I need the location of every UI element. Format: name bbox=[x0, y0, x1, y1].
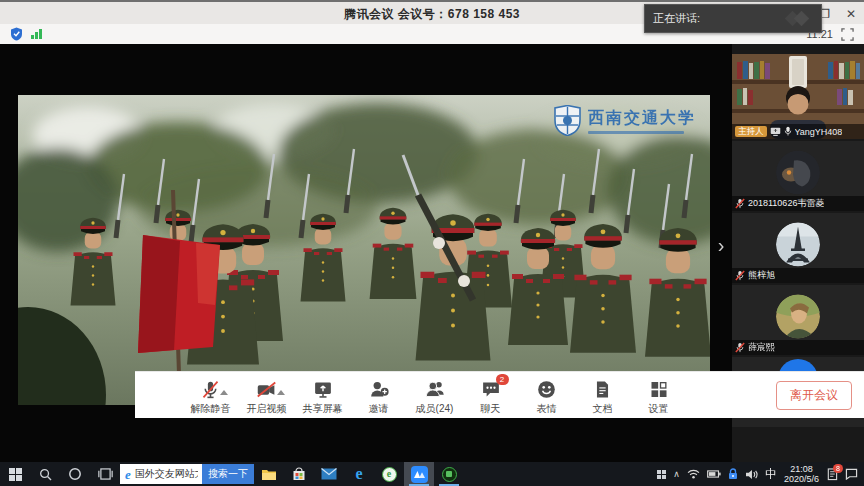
ie-icon: e bbox=[125, 468, 131, 481]
leave-meeting-button[interactable]: 离开会议 bbox=[776, 381, 852, 410]
participant-name: 2018110626韦雷菱 bbox=[748, 197, 824, 210]
tencent-meeting-icon bbox=[411, 466, 428, 483]
store-bag-icon bbox=[292, 467, 306, 481]
participant-name: 熊梓旭 bbox=[748, 269, 775, 282]
mic-on-icon bbox=[784, 126, 792, 137]
green-app-taskbar-button[interactable] bbox=[434, 462, 464, 486]
green-e-icon: e bbox=[382, 467, 397, 482]
share-screen-button[interactable]: 共享屏幕 bbox=[299, 375, 346, 416]
now-speaking-label: 正在讲话: bbox=[653, 11, 700, 26]
folder-icon bbox=[261, 468, 277, 481]
close-window-icon[interactable]: ✕ bbox=[846, 4, 856, 24]
task-view-button[interactable] bbox=[90, 462, 120, 486]
university-watermark: 西南交通大学 bbox=[554, 105, 696, 136]
security-lock-icon[interactable] bbox=[728, 468, 738, 480]
participant-tile[interactable]: 2018110626韦雷菱 bbox=[732, 141, 864, 211]
taskbar-search-button[interactable] bbox=[30, 462, 60, 486]
battery-icon[interactable] bbox=[707, 470, 721, 478]
university-name: 西南交通大学 bbox=[588, 108, 696, 129]
mic-muted-icon bbox=[735, 270, 745, 281]
clock-time: 21:08 bbox=[784, 464, 819, 474]
search-icon bbox=[39, 468, 52, 481]
edge-icon: e bbox=[355, 466, 362, 482]
mic-muted-icon bbox=[735, 342, 745, 353]
unmute-button[interactable]: 解除静音 bbox=[187, 375, 234, 416]
honor-guard-scene bbox=[18, 95, 710, 405]
tencent-meeting-taskbar-button[interactable] bbox=[404, 462, 434, 486]
button-label: 聊天 bbox=[481, 402, 501, 416]
university-crest-icon bbox=[554, 105, 581, 136]
search-submit-button[interactable]: 搜索一下 bbox=[202, 464, 254, 484]
network-signal-icon[interactable] bbox=[31, 29, 42, 39]
button-label: 共享屏幕 bbox=[303, 402, 343, 416]
meeting-title: 腾讯会议 会议号：678 158 453 bbox=[344, 6, 520, 23]
participant-tile[interactable]: 薛宸熙 bbox=[732, 285, 864, 355]
windows-logo-icon bbox=[9, 468, 22, 481]
invite-button[interactable]: 邀请 bbox=[355, 375, 402, 416]
ms-store-button[interactable] bbox=[284, 462, 314, 486]
file-explorer-button[interactable] bbox=[254, 462, 284, 486]
avatar bbox=[776, 294, 820, 338]
participant-name: YangYH408 bbox=[795, 127, 843, 137]
shared-video[interactable]: 西南交通大学 bbox=[18, 95, 710, 405]
green-browser-button[interactable]: e bbox=[374, 462, 404, 486]
windows-taskbar: e 国外交友网站大全 搜索一下 e bbox=[0, 462, 864, 486]
mic-options-caret[interactable] bbox=[220, 390, 228, 395]
speaker-icon[interactable] bbox=[745, 469, 758, 480]
participant-tile-host[interactable]: 主持人 YangYH408 bbox=[732, 54, 864, 139]
invite-person-icon bbox=[368, 379, 390, 400]
mic-muted-icon bbox=[200, 379, 221, 400]
university-name-en-bar bbox=[588, 131, 684, 134]
cortana-icon bbox=[68, 467, 82, 481]
share-screen-icon bbox=[312, 379, 334, 400]
button-label: 文档 bbox=[593, 402, 613, 416]
mail-button[interactable] bbox=[314, 462, 344, 486]
screen-share-status-icon bbox=[770, 127, 781, 136]
edge-button[interactable]: e bbox=[344, 462, 374, 486]
participant-namebar: 薛宸熙 bbox=[732, 340, 864, 355]
tencent-logo-watermark-icon bbox=[783, 10, 813, 28]
start-button[interactable] bbox=[0, 462, 30, 486]
button-label: 设置 bbox=[649, 402, 669, 416]
cortana-button[interactable] bbox=[60, 462, 90, 486]
participant-namebar: 熊梓旭 bbox=[732, 268, 864, 283]
participant-namebar: 2018110626韦雷菱 bbox=[732, 196, 864, 211]
chat-button[interactable]: 2 聊天 bbox=[467, 375, 514, 416]
avatar bbox=[776, 150, 820, 194]
button-label: 成员(24) bbox=[416, 402, 454, 416]
button-label: 开启视频 bbox=[247, 402, 287, 416]
mail-envelope-icon bbox=[321, 468, 337, 480]
participant-namebar: 主持人 YangYH408 bbox=[732, 124, 864, 139]
document-icon bbox=[593, 379, 612, 400]
ime-language-indicator[interactable]: 中 bbox=[765, 466, 777, 483]
system-tray: ∧ bbox=[657, 464, 864, 484]
tencent-meeting-window: 腾讯会议 会议号：678 158 453 ❐ ✕ 11:21 正在讲话: bbox=[0, 0, 864, 486]
action-center-button[interactable] bbox=[845, 468, 858, 480]
notification-badge: 8 bbox=[833, 464, 843, 473]
ime-grid-icon[interactable] bbox=[657, 470, 666, 479]
host-badge: 主持人 bbox=[735, 126, 767, 137]
avatar bbox=[776, 222, 820, 266]
video-options-caret[interactable] bbox=[277, 390, 285, 395]
search-box-text: 国外交友网站大全 bbox=[135, 467, 198, 481]
start-video-button[interactable]: 开启视频 bbox=[243, 375, 290, 416]
now-speaking-popup: 正在讲话: bbox=[644, 4, 822, 33]
fullscreen-icon[interactable] bbox=[841, 28, 854, 41]
sidebar-collapse-button[interactable]: › bbox=[710, 230, 732, 260]
mic-muted-icon bbox=[735, 198, 745, 209]
clock-date: 2020/5/6 bbox=[784, 474, 819, 484]
hidden-icons-chevron[interactable]: ∧ bbox=[673, 469, 680, 479]
docs-button[interactable]: 文档 bbox=[579, 375, 626, 416]
taskbar-search-box[interactable]: e 国外交友网站大全 搜索一下 bbox=[120, 464, 254, 484]
participant-tile[interactable]: 熊梓旭 bbox=[732, 213, 864, 283]
settings-grid-icon bbox=[649, 379, 669, 400]
smiley-icon bbox=[536, 379, 557, 400]
emoji-button[interactable]: 表情 bbox=[523, 375, 570, 416]
members-button[interactable]: 成员(24) bbox=[411, 375, 458, 416]
settings-button[interactable]: 设置 bbox=[635, 375, 682, 416]
taskbar-clock[interactable]: 21:08 2020/5/6 bbox=[784, 464, 819, 484]
security-shield-icon[interactable] bbox=[10, 27, 23, 41]
notifications-button[interactable]: 8 bbox=[826, 468, 838, 481]
wifi-icon[interactable] bbox=[687, 469, 700, 479]
chat-badge: 2 bbox=[496, 374, 509, 385]
